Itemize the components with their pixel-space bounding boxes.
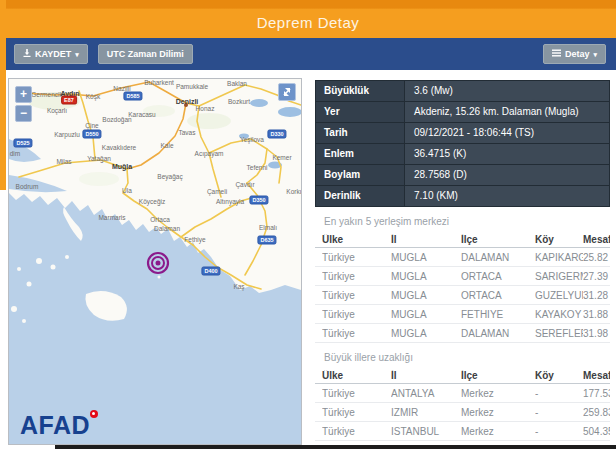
details-panel: Büyüklük3.6 (Mw)YerAkdeniz, 15.26 km. Da… xyxy=(315,80,610,449)
column-header: İl xyxy=(391,234,461,245)
details-row: Derinlik7.10 (KM) xyxy=(316,186,609,206)
cities-table: ÜlkeİlİlçeKöyMesafeTürkiyeANTALYAMerkez-… xyxy=(315,368,610,449)
details-row: Enlem36.4715 (K) xyxy=(316,144,609,165)
table-cell: Türkiye xyxy=(322,426,391,437)
details-label: Yer xyxy=(316,102,404,122)
expand-arrow-icon xyxy=(279,84,295,100)
detay-button[interactable]: Detay ▾ xyxy=(543,44,606,64)
column-header: İlçe xyxy=(461,234,535,245)
kaydet-label: KAYDET xyxy=(35,50,71,59)
earthquake-marker xyxy=(148,253,168,273)
table-row: TürkiyeISTANBULMerkez-504.35 xyxy=(315,422,610,441)
table-cell: KAPIKARGIN xyxy=(535,252,583,263)
detay-label: Detay xyxy=(565,50,590,59)
column-header: Ülke xyxy=(322,234,391,245)
road-shield-label: D350 xyxy=(249,196,268,205)
afad-logo-red-dot xyxy=(90,410,98,418)
details-label: Derinlik xyxy=(316,186,404,206)
table-cell: SEREFLER xyxy=(535,328,583,339)
table-header-row: ÜlkeİlİlçeKöyMesafe xyxy=(315,368,610,384)
details-value: 7.10 (KM) xyxy=(404,186,609,206)
table-cell: KAYAKOY xyxy=(535,309,583,320)
table-cell: GUZELYURT xyxy=(535,290,583,301)
road-shield-label: D550 xyxy=(82,130,101,139)
table-row: TürkiyeMUGLADALAMANKAPIKARGIN25.82 xyxy=(315,248,610,267)
deprem-detay-page: Deprem Detay KAYDET ▾ UTC Zaman Dilimi D… xyxy=(0,0,616,449)
earthquake-map[interactable]: GermencikAydınKöşkNazilliBuharkentKaraca… xyxy=(8,78,302,445)
table-cell: ORTACA xyxy=(461,290,535,301)
details-value: 09/12/2021 - 18:06:44 (TS) xyxy=(404,123,609,143)
table-cell: Türkiye xyxy=(322,309,391,320)
road-shield-label: E87 xyxy=(61,96,77,105)
toolbar-left-group: KAYDET ▾ UTC Zaman Dilimi xyxy=(14,44,193,64)
table-cell: Türkiye xyxy=(322,328,391,339)
table-row: TürkiyeMUGLADALAMANSEREFLER31.98 xyxy=(315,324,610,343)
road-shield-label: D525 xyxy=(13,139,32,148)
table-cell: Türkiye xyxy=(322,290,391,301)
table-cell: 31.28 xyxy=(583,290,610,301)
table-header-row: ÜlkeİlİlçeKöyMesafe xyxy=(315,232,610,248)
table-cell: Merkez xyxy=(461,388,535,399)
table-cell: FETHIYE xyxy=(461,309,535,320)
kaydet-button[interactable]: KAYDET ▾ xyxy=(14,44,88,64)
table-cell: 177.53 xyxy=(583,388,610,399)
download-icon xyxy=(23,49,31,59)
table-cell: 27.39 xyxy=(583,271,610,282)
nearest-section-title: En yakın 5 yerleşim merkezi xyxy=(324,216,610,227)
table-cell: ISTANBUL xyxy=(391,426,461,437)
afad-logo-text: AFAD xyxy=(20,411,90,439)
table-cell: Türkiye xyxy=(322,407,391,418)
afad-logo: AFAD xyxy=(20,413,90,438)
road-shield-label: D400 xyxy=(201,267,220,276)
caret-down-icon: ▾ xyxy=(75,51,79,58)
column-header: Köy xyxy=(535,370,583,381)
cities-section-title: Büyük illere uzaklığı xyxy=(324,352,610,363)
map-zoom-in-button[interactable]: + xyxy=(15,86,32,103)
table-cell: - xyxy=(535,407,583,418)
map-zoom-out-button[interactable]: − xyxy=(15,105,32,122)
table-cell: DALAMAN xyxy=(461,252,535,263)
map-expand-button[interactable] xyxy=(278,83,296,101)
table-cell: MUGLA xyxy=(391,309,461,320)
nearest-table: ÜlkeİlİlçeKöyMesafeTürkiyeMUGLADALAMANKA… xyxy=(315,232,610,343)
table-row: TürkiyeMUGLAFETHIYEKAYAKOY31.88 xyxy=(315,305,610,324)
table-cell: - xyxy=(535,426,583,437)
table-cell: Merkez xyxy=(461,426,535,437)
table-cell: 31.98 xyxy=(583,328,610,339)
details-value: 3.6 (Mw) xyxy=(404,81,609,101)
table-cell: 259.83 xyxy=(583,407,610,418)
table-cell: Türkiye xyxy=(322,252,391,263)
column-header: Ülke xyxy=(322,370,391,381)
column-header: İlçe xyxy=(461,370,535,381)
details-label: Büyüklük xyxy=(316,81,404,101)
utc-zaman-dilimi-button[interactable]: UTC Zaman Dilimi xyxy=(98,44,193,64)
toolbar: KAYDET ▾ UTC Zaman Dilimi Detay ▾ xyxy=(0,38,616,70)
table-cell: MUGLA xyxy=(391,271,461,282)
road-shield-label: D585 xyxy=(123,92,142,101)
details-row: Boylam28.7568 (D) xyxy=(316,165,609,186)
bottom-window-edge xyxy=(55,445,616,449)
table-row: TürkiyeIZMIRMerkez-259.83 xyxy=(315,403,610,422)
table-cell: Türkiye xyxy=(322,271,391,282)
page-title: Deprem Detay xyxy=(257,14,360,31)
toolbar-right-group: Detay ▾ xyxy=(543,44,606,64)
map-graphic xyxy=(9,79,301,444)
table-cell: IZMIR xyxy=(391,407,461,418)
table-cell: 31.88 xyxy=(583,309,610,320)
details-label: Tarih xyxy=(316,123,404,143)
details-value: 36.4715 (K) xyxy=(404,144,609,164)
utc-label: UTC Zaman Dilimi xyxy=(107,50,184,59)
table-cell: ANTALYA xyxy=(391,388,461,399)
table-row: TürkiyeMUGLAORTACASARIGERME27.39 xyxy=(315,267,610,286)
details-table: Büyüklük3.6 (Mw)YerAkdeniz, 15.26 km. Da… xyxy=(315,80,610,207)
table-cell: Merkez xyxy=(461,407,535,418)
table-row: TürkiyeANTALYAMerkez-177.53 xyxy=(315,384,610,403)
table-cell: SARIGERME xyxy=(535,271,583,282)
table-cell: MUGLA xyxy=(391,252,461,263)
caret-down-icon: ▾ xyxy=(593,51,597,58)
table-row: TürkiyeMUGLAORTACAGUZELYURT31.28 xyxy=(315,286,610,305)
details-row: Tarih09/12/2021 - 18:06:44 (TS) xyxy=(316,123,609,144)
table-cell: ORTACA xyxy=(461,271,535,282)
table-cell: DALAMAN xyxy=(461,328,535,339)
details-row: YerAkdeniz, 15.26 km. Dalaman (Mugla) xyxy=(316,102,609,123)
